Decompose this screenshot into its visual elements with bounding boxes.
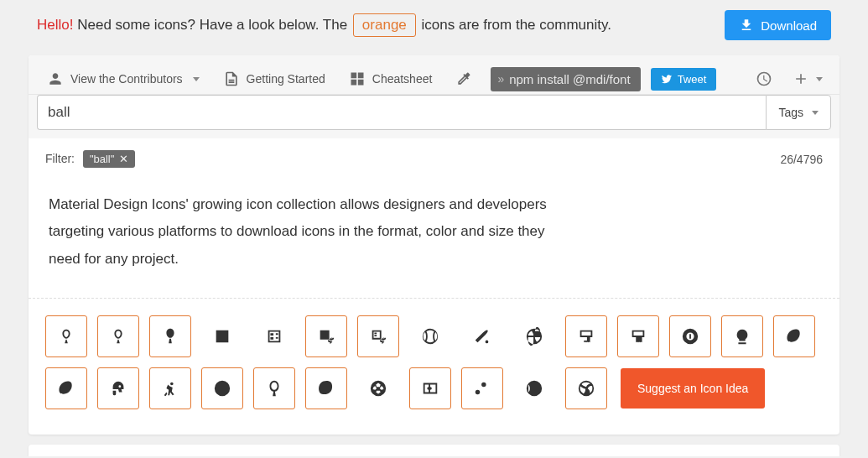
icon-tile-football-australian[interactable] <box>45 367 87 409</box>
pokeball-icon <box>213 379 231 398</box>
icon-tile-pokeball[interactable] <box>201 367 243 409</box>
tags-dropdown[interactable]: Tags <box>766 95 831 130</box>
history-button[interactable] <box>747 65 781 92</box>
icon-tile-balloon-outline[interactable] <box>45 315 87 357</box>
icon-tile-ballot-recount-outline[interactable] <box>357 315 399 357</box>
header-banner: Hello! Need some icons? Have a look belo… <box>0 0 868 55</box>
icon-tile-basketball-hoop-outline[interactable] <box>617 315 659 357</box>
contributors-dropdown[interactable]: View the Contributors <box>37 64 210 94</box>
rugby-icon <box>317 379 335 398</box>
football-helmet-icon <box>109 379 127 398</box>
person-icon <box>47 70 64 87</box>
getting-started-label: Getting Started <box>247 72 325 86</box>
document-icon <box>223 70 240 87</box>
ballot-recount-icon <box>317 327 335 346</box>
ballot-outline-icon <box>265 327 283 346</box>
download-button[interactable]: Download <box>725 10 831 40</box>
icon-tile-handball[interactable] <box>149 367 191 409</box>
clock-icon <box>756 70 772 87</box>
icon-tile-ballot-outline[interactable] <box>253 315 295 357</box>
icon-tile-basketball-hoop[interactable] <box>565 315 607 357</box>
baseball-bat-icon <box>473 327 491 346</box>
icon-tile-balloon-outline-2[interactable] <box>97 315 139 357</box>
tags-label: Tags <box>778 106 803 119</box>
ballot-recount-outline-icon <box>369 327 387 346</box>
search-row: Tags <box>29 95 839 138</box>
basketball-hoop-icon <box>577 327 595 346</box>
icon-tile-racquetball[interactable] <box>253 367 295 409</box>
soccer-field-icon <box>421 379 439 398</box>
banner-text-2: icons are from the community. <box>418 17 611 33</box>
football-icon <box>785 327 803 346</box>
balloon-outline-icon <box>57 327 75 346</box>
suggest-icon-button[interactable]: Suggest an Icon Idea <box>621 368 765 409</box>
billiards-icon <box>681 327 699 346</box>
icon-tile-baseball[interactable] <box>409 315 451 357</box>
icon-tile-soccer[interactable] <box>357 367 399 409</box>
icon-tile-volleyball[interactable] <box>565 367 607 409</box>
npm-install-pill[interactable]: » npm install @mdi/font <box>491 67 640 91</box>
intro-text: Material Design Icons' growing icon coll… <box>29 176 582 298</box>
icon-tile-crystal-ball[interactable] <box>721 315 763 357</box>
filter-chip[interactable]: "ball" ✕ <box>83 150 135 168</box>
filter-chip-text: "ball" <box>90 153 114 165</box>
grid-icon <box>349 70 366 87</box>
tweet-label: Tweet <box>678 73 707 86</box>
tweet-button[interactable]: Tweet <box>651 68 717 91</box>
icon-tile-ballot-recount[interactable] <box>305 315 347 357</box>
toolbar: View the Contributors Getting Started Ch… <box>29 55 839 95</box>
icon-tile-tennis-ball[interactable] <box>513 367 555 409</box>
close-icon[interactable]: ✕ <box>119 153 128 165</box>
cheatsheet-link[interactable]: Cheatsheet <box>339 64 443 94</box>
icon-grid: Suggest an Icon Idea <box>29 315 839 435</box>
strategy-icon <box>473 379 491 398</box>
chevron-down-icon <box>816 77 823 81</box>
racquetball-icon <box>265 379 283 398</box>
icon-tile-basketball[interactable] <box>513 315 555 357</box>
download-icon <box>739 18 754 33</box>
balloon-outline-2-icon <box>109 327 127 346</box>
chevron-right-icon: » <box>497 72 504 86</box>
eyedropper-icon <box>455 70 472 87</box>
icon-tile-rugby[interactable] <box>305 367 347 409</box>
next-panel-peek <box>29 445 839 456</box>
football-australian-icon <box>57 379 75 398</box>
icon-tile-baseball-bat[interactable] <box>461 315 503 357</box>
icon-tile-football[interactable] <box>773 315 815 357</box>
ballot-icon <box>213 327 231 346</box>
basketball-icon <box>525 327 543 346</box>
basketball-hoop-outline-icon <box>629 327 647 346</box>
hello-text: Hello! <box>37 17 73 33</box>
icon-tile-soccer-field[interactable] <box>409 367 451 409</box>
main-panel: View the Contributors Getting Started Ch… <box>29 55 839 435</box>
icon-tile-balloon[interactable] <box>149 315 191 357</box>
chevron-down-icon <box>193 77 200 81</box>
soccer-icon <box>369 379 387 398</box>
filter-label: Filter: <box>45 152 75 165</box>
icon-tile-strategy[interactable] <box>461 367 503 409</box>
add-dropdown[interactable] <box>784 65 831 92</box>
crystal-ball-icon <box>733 327 751 346</box>
handball-icon <box>161 379 179 398</box>
cheatsheet-label: Cheatsheet <box>372 72 433 86</box>
getting-started-link[interactable]: Getting Started <box>213 64 335 94</box>
icon-tile-billiards[interactable] <box>669 315 711 357</box>
search-input[interactable] <box>37 95 766 130</box>
tennis-ball-icon <box>525 379 543 398</box>
icon-tile-ballot[interactable] <box>201 315 243 357</box>
orange-chip: orange <box>353 13 416 37</box>
filter-row: Filter: "ball" ✕ 26/4796 <box>29 138 839 176</box>
banner-text-1: Need some icons? Have a look below. The <box>73 17 351 33</box>
twitter-icon <box>661 73 673 85</box>
balloon-icon <box>161 327 179 346</box>
contributors-label: View the Contributors <box>70 72 183 86</box>
volleyball-icon <box>577 379 595 398</box>
icon-tile-football-helmet[interactable] <box>97 367 139 409</box>
chevron-down-icon <box>812 111 819 115</box>
baseball-icon <box>421 327 439 346</box>
plus-icon <box>793 70 809 87</box>
eyedropper-button[interactable] <box>445 64 482 94</box>
divider <box>29 298 839 299</box>
banner-text: Hello! Need some icons? Have a look belo… <box>37 13 611 37</box>
npm-command: npm install @mdi/font <box>509 72 630 86</box>
